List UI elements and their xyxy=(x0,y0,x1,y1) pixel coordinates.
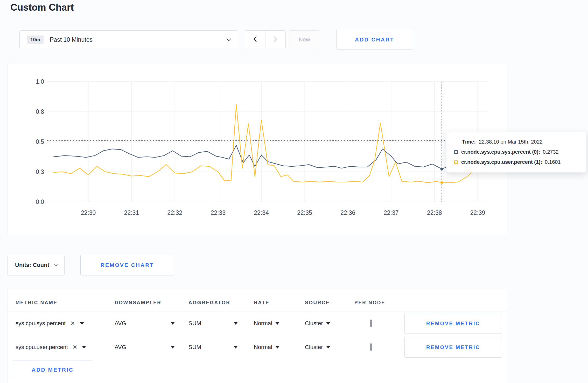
tooltip-series-value: 0.1601 xyxy=(545,159,561,165)
aggregator-value: SUM xyxy=(188,320,201,327)
caret-down-icon xyxy=(171,322,175,325)
units-select[interactable]: Units: Count xyxy=(8,255,65,275)
source-value: Cluster xyxy=(305,344,323,351)
source-select[interactable]: Cluster xyxy=(305,320,354,327)
svg-text:22:38: 22:38 xyxy=(427,209,442,216)
tooltip-series-label: cr.node.sys.cpu.sys.percent (0): xyxy=(461,149,540,155)
downsampler-value: AVG xyxy=(115,320,126,327)
column-header-aggregator: AGGREGATOR xyxy=(188,300,254,306)
remove-chart-button[interactable]: REMOVE CHART xyxy=(80,255,174,275)
tooltip-series-row: cr.node.sys.cpu.sys.percent (0): 0.2732 xyxy=(454,149,579,155)
metrics-table-header: METRIC NAME DOWNSAMPLER AGGREGATOR RATE … xyxy=(8,289,507,311)
chevron-left-icon xyxy=(253,36,258,44)
svg-text:22:33: 22:33 xyxy=(211,209,226,216)
per-node-checkbox[interactable] xyxy=(370,343,372,351)
downsampler-select[interactable]: AVG xyxy=(115,344,175,351)
metric-name-select[interactable]: sys.cpu.user.percent ✕ xyxy=(16,344,115,351)
series-user-swatch-icon xyxy=(454,160,458,164)
svg-text:0.8: 0.8 xyxy=(36,108,44,115)
tooltip-time-row: Time:22:38:10 on Mar 15th, 2022 xyxy=(462,139,579,145)
chart-card: 0.00.30.50.81.022:3022:3122:3222:3322:34… xyxy=(8,64,507,235)
svg-text:0.5: 0.5 xyxy=(36,138,44,145)
svg-text:22:39: 22:39 xyxy=(470,209,485,216)
column-header-per-node: PER NODE xyxy=(354,300,404,306)
units-label: Units: Count xyxy=(15,262,49,268)
svg-text:22:32: 22:32 xyxy=(167,209,183,216)
tooltip-time-value: 22:38:10 on Mar 15th, 2022 xyxy=(479,139,543,145)
svg-text:22:35: 22:35 xyxy=(297,209,312,216)
column-header-source: SOURCE xyxy=(305,300,354,306)
remove-metric-button[interactable]: REMOVE METRIC xyxy=(404,337,502,358)
tooltip-series-row: cr.node.sys.cpu.user.percent (1): 0.1601 xyxy=(454,159,579,165)
column-header-rate: RATE xyxy=(254,300,305,306)
add-chart-button[interactable]: ADD CHART xyxy=(336,30,413,49)
chevron-down-icon xyxy=(226,36,231,41)
downsampler-value: AVG xyxy=(115,344,126,351)
svg-text:0.3: 0.3 xyxy=(36,168,44,175)
add-metric-button[interactable]: ADD METRIC xyxy=(13,360,92,379)
caret-down-icon xyxy=(171,346,175,349)
metric-name-select[interactable]: sys.cpu.sys.percent ✕ xyxy=(16,320,115,327)
caret-down-icon xyxy=(234,322,238,325)
series-sys-swatch-icon xyxy=(454,150,458,154)
caret-down-icon xyxy=(326,322,330,325)
per-node-checkbox[interactable] xyxy=(370,320,372,327)
metrics-chart[interactable]: 0.00.30.50.81.022:3022:3122:3222:3322:34… xyxy=(8,64,507,235)
clear-metric-icon[interactable]: ✕ xyxy=(70,321,75,326)
metric-row: sys.cpu.user.percent ✕ AVG SUM Normal Cl… xyxy=(8,335,507,359)
caret-down-icon xyxy=(326,346,330,349)
downsampler-select[interactable]: AVG xyxy=(115,320,175,327)
time-pager xyxy=(245,30,286,49)
source-select[interactable]: Cluster xyxy=(305,344,354,351)
page-title: Custom Chart xyxy=(10,2,74,13)
source-value: Cluster xyxy=(305,320,323,327)
rate-select[interactable]: Normal xyxy=(254,320,305,327)
toolbar-divider xyxy=(8,31,8,49)
caret-down-icon xyxy=(275,346,279,349)
now-button[interactable]: Now xyxy=(289,30,320,49)
rate-value: Normal xyxy=(254,344,272,351)
time-range-label: Past 10 Minutes xyxy=(50,36,93,43)
clear-metric-icon[interactable]: ✕ xyxy=(73,344,77,350)
next-time-button[interactable] xyxy=(265,31,286,49)
metric-name-label: sys.cpu.sys.percent xyxy=(16,320,66,327)
tooltip-series-label: cr.node.sys.cpu.user.percent (1): xyxy=(461,159,542,165)
column-header-metric-name: METRIC NAME xyxy=(16,300,115,306)
svg-text:0.0: 0.0 xyxy=(36,198,44,205)
caret-down-icon xyxy=(82,346,86,349)
svg-text:22:36: 22:36 xyxy=(340,209,355,216)
svg-text:1.0: 1.0 xyxy=(36,78,44,85)
svg-text:22:34: 22:34 xyxy=(254,209,269,216)
chevron-right-icon xyxy=(273,36,278,44)
prev-time-button[interactable] xyxy=(245,31,265,49)
rate-value: Normal xyxy=(254,320,272,327)
time-range-badge: 10m xyxy=(27,36,44,44)
metric-name-label: sys.cpu.user.percent xyxy=(16,344,68,351)
svg-text:22:37: 22:37 xyxy=(384,209,399,216)
chart-tooltip: Time:22:38:10 on Mar 15th, 2022 cr.node.… xyxy=(446,132,587,173)
caret-down-icon xyxy=(80,322,84,325)
svg-text:22:30: 22:30 xyxy=(81,209,96,216)
chevron-down-icon xyxy=(54,263,58,266)
aggregator-value: SUM xyxy=(188,344,201,351)
aggregator-select[interactable]: SUM xyxy=(188,320,238,327)
time-range-select[interactable]: 10m Past 10 Minutes xyxy=(19,30,238,49)
aggregator-select[interactable]: SUM xyxy=(188,344,238,351)
svg-text:22:31: 22:31 xyxy=(124,209,139,216)
remove-metric-button[interactable]: REMOVE METRIC xyxy=(404,313,502,334)
metric-row: sys.cpu.sys.percent ✕ AVG SUM Normal Clu… xyxy=(8,311,507,335)
metrics-table: METRIC NAME DOWNSAMPLER AGGREGATOR RATE … xyxy=(8,289,507,383)
rate-select[interactable]: Normal xyxy=(254,344,305,351)
tooltip-time-label: Time: xyxy=(462,139,476,145)
caret-down-icon xyxy=(234,346,238,349)
tooltip-series-value: 0.2732 xyxy=(543,149,559,155)
column-header-downsampler: DOWNSAMPLER xyxy=(115,300,188,306)
caret-down-icon xyxy=(275,322,279,325)
